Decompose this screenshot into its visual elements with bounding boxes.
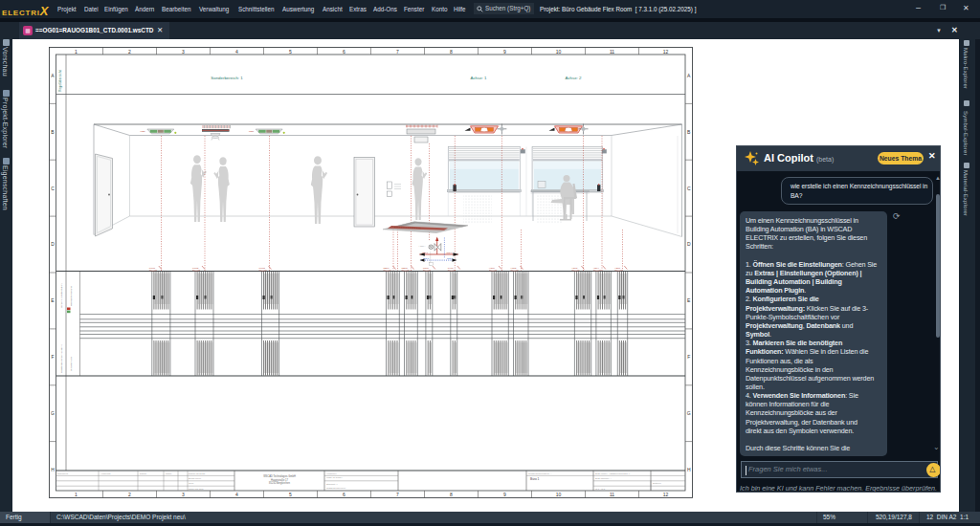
svg-text:RB02: RB02	[402, 267, 409, 270]
svg-text:TW01: TW01	[149, 267, 156, 270]
svg-text:E: E	[687, 297, 691, 303]
svg-text:8: 8	[450, 492, 453, 497]
svg-text:A: A	[51, 73, 55, 78]
svg-text:G: G	[51, 410, 55, 416]
svg-text:D: D	[51, 241, 55, 247]
svg-text:C: C	[687, 186, 691, 191]
svg-text:( 800 ): ( 800 )	[419, 245, 426, 248]
svg-text:Messwerterfassung: Messwerterfassung	[70, 286, 73, 306]
svg-text:6: 6	[343, 49, 345, 55]
svg-text:A: A	[687, 73, 691, 78]
svg-text:WSCAD GmbH: WSCAD GmbH	[326, 476, 343, 479]
svg-text:4030: 4030	[140, 130, 145, 133]
svg-text:11: 11	[610, 49, 614, 55]
svg-text:PR01: PR01	[423, 267, 430, 270]
svg-text:8: 8	[450, 49, 453, 55]
svg-text:Name: Name	[166, 472, 172, 475]
svg-text:12: 12	[663, 49, 669, 55]
svg-text:Achse: 2: Achse: 2	[565, 76, 582, 80]
svg-text:4: 4	[235, 49, 238, 55]
svg-text:Regelübersicht: Regelübersicht	[58, 70, 62, 92]
svg-text:Bearb Meier: Bearb Meier	[189, 477, 201, 480]
svg-text:Sensorik / Wetterstation: Sensorik / Wetterstation	[60, 283, 63, 308]
svg-text:TW03: TW03	[259, 267, 266, 270]
svg-text:H: H	[687, 467, 691, 472]
svg-text:5: 5	[289, 49, 292, 55]
svg-text:Sonderbereich: 1: Sonderbereich: 1	[211, 76, 243, 80]
svg-text:Dokument: Dokument	[57, 472, 68, 475]
svg-text:10: 10	[556, 49, 562, 55]
svg-text:Blatt nachher: +: Blatt nachher: +	[595, 477, 612, 480]
svg-text:HZ02: HZ02	[511, 267, 518, 270]
svg-text:HZ04: HZ04	[593, 267, 600, 270]
svg-text:anlagenteilbezogene ... =: anlagenteilbezogene ... =	[528, 472, 554, 475]
svg-text:Hauptstraße 17: Hauptstraße 17	[271, 478, 288, 482]
svg-text:9: 9	[503, 49, 506, 55]
svg-text:D: D	[687, 241, 691, 247]
svg-text:1: 1	[75, 49, 78, 55]
svg-text:2: 2	[128, 49, 131, 55]
svg-text:Datum 03.03.25: Datum 03.03.25	[189, 472, 206, 475]
svg-text:H: H	[51, 467, 55, 472]
svg-text:F: F	[51, 354, 54, 360]
svg-text:Feldgeräte Sensorik/Aktorik: Feldgeräte Sensorik/Aktorik	[60, 344, 63, 373]
svg-text:Datum: Datum	[140, 472, 146, 475]
svg-text:875,0: 875,0	[423, 257, 430, 260]
svg-text:85232 Bergkirchen: 85232 Bergkirchen	[326, 487, 346, 490]
svg-text:Blatt vorher: +GEB01UG01OG1-4: Blatt vorher: +GEB01UG01OG1-4	[595, 472, 631, 475]
svg-text:3: 3	[182, 492, 185, 497]
svg-text:C: C	[51, 186, 55, 191]
svg-text:85232 Bergkirchen: 85232 Bergkirchen	[269, 481, 290, 485]
svg-text:TH01: TH01	[448, 267, 455, 270]
svg-text:875,0: 875,0	[447, 257, 454, 260]
svg-text:6: 6	[343, 492, 345, 497]
svg-text:F: F	[687, 354, 690, 360]
svg-text:2: 2	[128, 492, 131, 497]
svg-text:HZ01: HZ01	[489, 267, 496, 270]
svg-text:TW02: TW02	[192, 267, 199, 270]
svg-text:VE01: VE01	[614, 267, 621, 270]
svg-text:5: 5	[289, 492, 292, 497]
svg-text:7: 7	[396, 49, 399, 55]
svg-text:10: 10	[556, 492, 562, 497]
svg-text:9: 9	[503, 492, 506, 497]
svg-text:HZ03: HZ03	[571, 267, 578, 270]
svg-text:1: 1	[75, 492, 78, 497]
svg-text:Büro 1: Büro 1	[530, 477, 540, 481]
svg-text:875,0: 875,0	[447, 252, 454, 254]
svg-text:B: B	[51, 129, 55, 135]
svg-text:4: 4	[235, 492, 238, 497]
svg-text:Hersteller:: Hersteller:	[326, 472, 337, 475]
svg-text:RB01: RB01	[384, 267, 390, 270]
svg-text:Schaltschrank: Schaltschrank	[70, 356, 73, 371]
svg-text:Achse: 1: Achse: 1	[470, 76, 487, 80]
svg-text:Norm zuk dem: Norm zuk dem	[189, 488, 204, 491]
svg-text:875,0: 875,0	[422, 252, 429, 254]
svg-text:3: 3	[182, 49, 185, 55]
svg-text:Gepr: Gepr	[189, 482, 194, 485]
svg-text:E: E	[51, 297, 55, 303]
svg-text:B: B	[687, 129, 691, 135]
svg-text:11: 11	[610, 492, 614, 497]
svg-text:WSCAD Technologies GmbH: WSCAD Technologies GmbH	[263, 474, 296, 478]
svg-text:Änderung: Änderung	[100, 472, 111, 475]
svg-text:G: G	[687, 410, 691, 416]
svg-text:12: 12	[663, 492, 669, 497]
svg-text:7: 7	[396, 492, 399, 497]
svg-text:4030: 4030	[249, 130, 255, 133]
svg-text:Ib 1 - Ib 5: Ib 1 - Ib 5	[595, 488, 606, 491]
svg-text:Standort: 4: Standort: 4	[326, 483, 338, 486]
svg-text:Ersteller: Ersteller	[653, 482, 661, 485]
